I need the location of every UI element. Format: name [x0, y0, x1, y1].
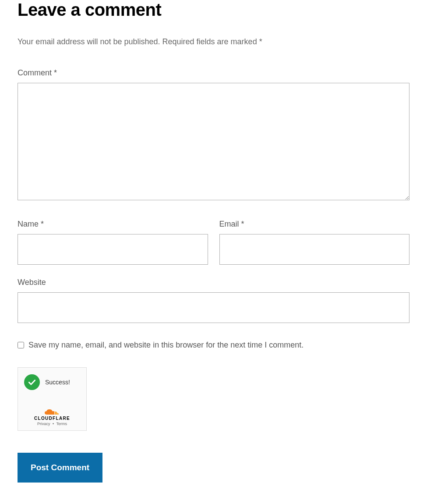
email-group: Email *: [219, 220, 410, 265]
email-label: Email *: [219, 220, 410, 229]
comment-label: Comment *: [18, 68, 409, 78]
success-check-icon: [24, 374, 40, 390]
website-group: Website: [18, 278, 409, 323]
name-label: Name *: [18, 220, 208, 229]
email-input[interactable]: [219, 234, 410, 265]
terms-link[interactable]: Terms: [56, 422, 67, 426]
name-group: Name *: [18, 220, 208, 265]
separator-dot: •: [53, 422, 54, 426]
name-email-row: Name * Email *: [18, 220, 409, 265]
cloudflare-cloud-icon: [45, 408, 60, 415]
turnstile-links: Privacy • Terms: [22, 422, 82, 426]
form-heading: Leave a comment: [18, 0, 409, 20]
comment-textarea[interactable]: [18, 83, 409, 200]
post-comment-button[interactable]: Post Comment: [18, 453, 102, 483]
turnstile-status-text: Success!: [45, 379, 70, 386]
turnstile-status-row: Success!: [22, 374, 82, 390]
privacy-link[interactable]: Privacy: [37, 422, 50, 426]
save-info-checkbox[interactable]: [18, 342, 24, 348]
cloudflare-turnstile: Success! CLOUDFLARE Privacy • Terms: [18, 367, 87, 431]
save-info-label[interactable]: Save my name, email, and website in this…: [28, 341, 303, 350]
website-input[interactable]: [18, 292, 409, 323]
required-notice: Your email address will not be published…: [18, 37, 409, 46]
website-label: Website: [18, 278, 409, 287]
save-info-row: Save my name, email, and website in this…: [18, 341, 409, 350]
comment-group: Comment *: [18, 68, 409, 202]
cloudflare-brand-text: CLOUDFLARE: [22, 416, 82, 421]
turnstile-branding: CLOUDFLARE Privacy • Terms: [22, 408, 82, 426]
name-input[interactable]: [18, 234, 208, 265]
